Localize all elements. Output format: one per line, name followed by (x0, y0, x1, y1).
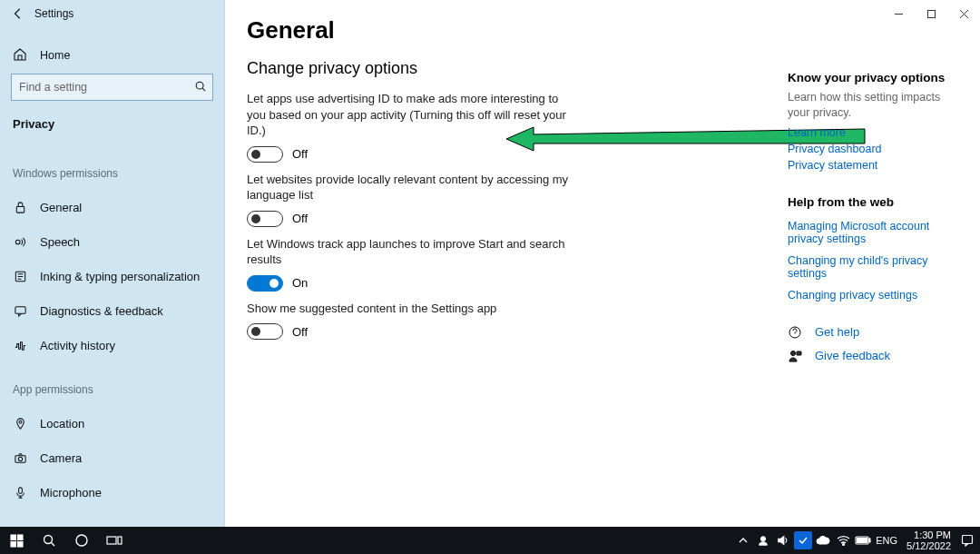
svg-point-2 (15, 240, 20, 244)
option-desc: Let Windows track app launches to improv… (247, 236, 573, 268)
link-child-privacy[interactable]: Changing my child's privacy settings (788, 254, 960, 280)
option-advertising-id: Let apps use advertising ID to make ads … (247, 91, 573, 163)
link-privacy-dashboard[interactable]: Privacy dashboard (788, 143, 960, 155)
info-know-text: Learn how this setting impacts your priv… (788, 90, 960, 121)
speech-icon (13, 234, 27, 249)
option-desc: Let apps use advertising ID to make ads … (247, 91, 573, 139)
minimize-button[interactable] (882, 0, 915, 27)
link-learn-more[interactable]: Learn more (788, 126, 960, 139)
nav-activity[interactable]: Activity history (0, 328, 224, 362)
option-desc: Show me suggested content in the Setting… (247, 301, 573, 317)
category-label: Privacy (0, 110, 224, 136)
option-language-list: Let websites provide locally relevant co… (247, 172, 573, 227)
nav-home[interactable]: Home (0, 37, 224, 74)
tray-clock[interactable]: 1:30 PM 5/12/2022 (901, 529, 956, 551)
window-caption (882, 0, 980, 27)
toggle-label: Off (292, 212, 308, 225)
search-icon (194, 80, 207, 95)
svg-rect-17 (17, 541, 23, 547)
nav-camera-label: Camera (40, 451, 82, 465)
tray-battery-icon[interactable] (854, 527, 872, 554)
info-know-title: Know your privacy options (788, 71, 960, 84)
svg-rect-21 (118, 537, 122, 544)
titlebar: Settings (0, 0, 224, 27)
tray-wifi-icon[interactable] (834, 527, 852, 554)
activity-icon (13, 338, 27, 352)
nav-activity-label: Activity history (40, 339, 115, 352)
svg-rect-15 (17, 534, 23, 539)
toggle-language-list[interactable] (247, 211, 283, 227)
link-manage-account-privacy[interactable]: Managing Microsoft account privacy setti… (788, 220, 960, 245)
info-panel: Know your privacy options Learn how this… (788, 71, 960, 372)
nav-general-label: General (40, 201, 82, 214)
sidebar: Settings Home Privacy Windows permission… (0, 0, 225, 527)
microphone-icon (13, 485, 27, 500)
app-title: Settings (34, 7, 74, 20)
nav-camera[interactable]: Camera (0, 440, 224, 475)
toggle-label: Off (292, 147, 308, 161)
give-feedback-label: Give feedback (815, 349, 890, 362)
clock-date: 5/12/2022 (906, 540, 951, 551)
inking-icon (13, 269, 27, 283)
location-icon (13, 416, 27, 430)
svg-rect-4 (15, 306, 24, 313)
nav-location[interactable]: Location (0, 406, 224, 440)
nav-microphone[interactable]: Microphone (0, 475, 224, 509)
get-help-row[interactable]: Get help (788, 325, 960, 340)
option-desc: Let websites provide locally relevant co… (247, 172, 573, 203)
get-help-label: Get help (815, 325, 859, 339)
nav-diagnostics[interactable]: Diagnostics & feedback (0, 293, 224, 328)
svg-point-19 (76, 535, 87, 546)
svg-point-0 (196, 82, 203, 89)
nav-speech[interactable]: Speech (0, 224, 224, 259)
option-suggested-content: Show me suggested content in the Setting… (247, 301, 573, 341)
link-privacy-statement[interactable]: Privacy statement (788, 159, 960, 172)
tray-volume-icon[interactable] (774, 527, 792, 554)
search-box[interactable] (11, 74, 213, 101)
maximize-button[interactable] (915, 0, 947, 27)
close-button[interactable] (947, 0, 980, 27)
toggle-track-launches[interactable] (247, 275, 283, 292)
clock-time: 1:30 PM (906, 529, 951, 540)
start-button[interactable] (0, 527, 33, 554)
svg-point-18 (44, 536, 53, 544)
svg-rect-20 (107, 537, 116, 544)
svg-rect-8 (18, 487, 22, 493)
tray-chevron-up-icon[interactable] (734, 527, 752, 554)
tray-people-icon[interactable] (754, 527, 772, 554)
toggle-label: Off (292, 325, 308, 339)
task-view-button[interactable] (98, 527, 131, 554)
help-icon (788, 325, 802, 340)
toggle-suggested-content[interactable] (247, 323, 283, 340)
tray-onedrive-icon[interactable] (814, 527, 832, 554)
group-app-permissions: App permissions (0, 372, 224, 400)
back-button[interactable] (7, 3, 29, 25)
give-feedback-row[interactable]: Give feedback (788, 349, 960, 363)
nav-inking-label: Inking & typing personalization (40, 270, 200, 283)
svg-point-11 (791, 351, 796, 355)
nav-general[interactable]: General (0, 190, 224, 224)
svg-rect-12 (797, 351, 801, 355)
cortana-button[interactable] (65, 527, 98, 554)
camera-icon (13, 450, 27, 465)
info-help-title: Help from the web (788, 195, 960, 209)
svg-rect-25 (869, 539, 871, 542)
nav-inking[interactable]: Inking & typing personalization (0, 259, 224, 293)
feedback-person-icon (788, 349, 802, 363)
home-icon (13, 47, 27, 64)
toggle-advertising-id[interactable] (247, 146, 283, 163)
nav-speech-label: Speech (40, 235, 80, 249)
option-track-launches: Let Windows track app launches to improv… (247, 236, 573, 292)
taskbar-search-button[interactable] (33, 527, 65, 554)
svg-rect-14 (10, 534, 15, 539)
nav-diagnostics-label: Diagnostics & feedback (40, 304, 163, 318)
tray-notifications-icon[interactable] (958, 527, 976, 554)
svg-rect-26 (858, 539, 867, 543)
tray-app-icon[interactable] (794, 527, 812, 554)
link-changing-privacy[interactable]: Changing privacy settings (788, 289, 960, 302)
page-title: General (247, 16, 958, 45)
feedback-icon (13, 303, 27, 318)
svg-point-23 (842, 544, 844, 546)
search-input[interactable] (19, 81, 194, 94)
tray-language[interactable]: ENG (874, 527, 899, 554)
